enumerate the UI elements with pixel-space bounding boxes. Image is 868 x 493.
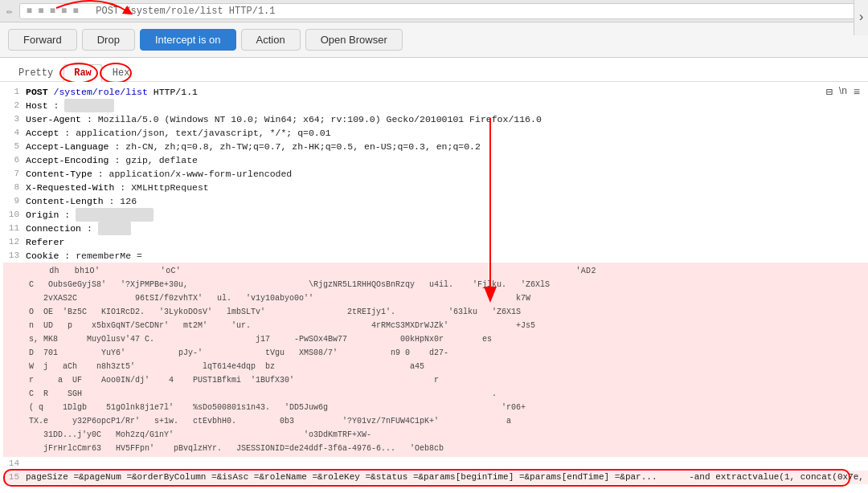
tab-raw[interactable]: Raw [63, 64, 102, 82]
cookie-data-block: dh bh1O' 'oC' 'AD2 C OubsGeGyjS8' '?XjPM… [3, 263, 868, 457]
code-line: 4 Accept : application/json, text/javasc… [3, 126, 868, 140]
word-wrap-icon[interactable]: ⊟ [825, 85, 832, 99]
action-button[interactable]: Action [241, 29, 301, 51]
url-display[interactable]: ■ ■ ■ ■ ■ POST /system/role/list HTTP/1.… [19, 3, 862, 19]
forward-button[interactable]: Forward [8, 29, 77, 51]
code-line: 12 Referer [3, 235, 868, 249]
code-line: TX.e y32P6opcP1/Rr' s+1w. ctEvbhH0. 0b3 … [3, 414, 868, 428]
code-line: 7 Content-Type : application/x-www-form-… [3, 167, 868, 181]
tab-pretty[interactable]: Pretty [8, 64, 63, 81]
code-line: 8 X-Requested-With : XMLHttpRequest [3, 181, 868, 194]
code-line: W j aCh n8h3zt5' lqT614e4dqp bz a45 [3, 360, 868, 373]
intercept-button[interactable]: Intercept is on [140, 29, 236, 51]
code-line: 9 Content-Length : 126 [3, 194, 868, 208]
code-line: 10 Origin : [3, 208, 868, 222]
code-line: C OubsGeGyjS8' '?XjPMPBe+30u, \RjgzNR5L1… [3, 278, 868, 291]
main-content: Pretty Raw Hex ⊟ \n ≡ [0, 58, 868, 493]
code-line: 2vXAS2C 96tSI/f0zvhTX' ul. 'v1y10abyo0o'… [3, 291, 868, 305]
code-line: s, MK8 MuyOlusv'47 C. j17 -PwSOx4Bw77 00… [3, 332, 868, 346]
code-line: 3 User-Agent : Mozilla/5.0 (Windows NT 1… [3, 112, 868, 126]
expand-button[interactable]: › [854, 0, 868, 35]
code-line: 1 POST /system/role/list HTTP/1.1 [3, 85, 868, 99]
editor-content-area: ⊟ \n ≡ 1 POST /system/role/list HTTP/1.1… [0, 82, 868, 493]
code-line: jFrHrlcCmr63 HV5FFpn' pBvqlzHYr. JSESSIO… [3, 442, 868, 455]
url-bar-container: ✏ ■ ■ ■ ■ ■ POST /system/role/list HTTP/… [0, 0, 868, 22]
code-line: 14 [3, 457, 868, 471]
code-line: O OE 'Bz5C KIO1RcD2. '3LykoDOsV' lmbSLTv… [3, 305, 868, 319]
sql-injection-line: 15 pageSize =&pageNum =&orderByColumn =&… [3, 471, 868, 484]
code-line: ( q 1Dlgb 51gOlnk8j1e7l' %sDo500801s1n43… [3, 401, 868, 414]
code-line: n UD p x5bxGqNT/SeCDNr' mt2M' 'ur. 4rRMc… [3, 319, 868, 332]
open-browser-button[interactable]: Open Browser [305, 29, 403, 51]
newline-icon[interactable]: \n [839, 85, 847, 99]
code-line: D 701 YuY6' pJy-' tVgu XMS08/7' n9 0 d27… [3, 346, 868, 360]
format-tabs-bar: Pretty Raw Hex [0, 58, 868, 82]
code-line: 13 Cookie : rememberMe = [3, 249, 868, 263]
code-line: 2 Host : [3, 99, 868, 112]
code-line: 6 Accept-Encoding : gzip, deflate [3, 153, 868, 167]
tab-hex[interactable]: Hex [102, 64, 141, 81]
code-line: C R SGH . [3, 387, 868, 401]
toolbar: Forward Drop Intercept is on Action Open… [0, 22, 868, 58]
edit-icon: ✏ [6, 5, 13, 18]
drop-button[interactable]: Drop [82, 29, 135, 51]
code-line: r a UF Aoo0IN/dj' 4 PUST1Bfkmi '1BUfX30'… [3, 373, 868, 387]
menu-icon[interactable]: ≡ [854, 85, 860, 99]
code-line: 31DD...j'y0C Moh2zq/G1nY' 'o3DdKmTRF+XW- [3, 428, 868, 442]
code-line: dh bh1O' 'oC' 'AD2 [3, 264, 868, 278]
code-line: 11 Connection : [3, 222, 868, 235]
code-line: 5 Accept-Language : zh-CN, zh;q=0.8, zh-… [3, 140, 868, 153]
code-line: 15 pageSize =&pageNum =&orderByColumn =&… [3, 471, 868, 484]
code-editor[interactable]: 1 POST /system/role/list HTTP/1.1 2 Host… [0, 82, 868, 493]
editor-toolbar: ⊟ \n ≡ [825, 85, 860, 99]
